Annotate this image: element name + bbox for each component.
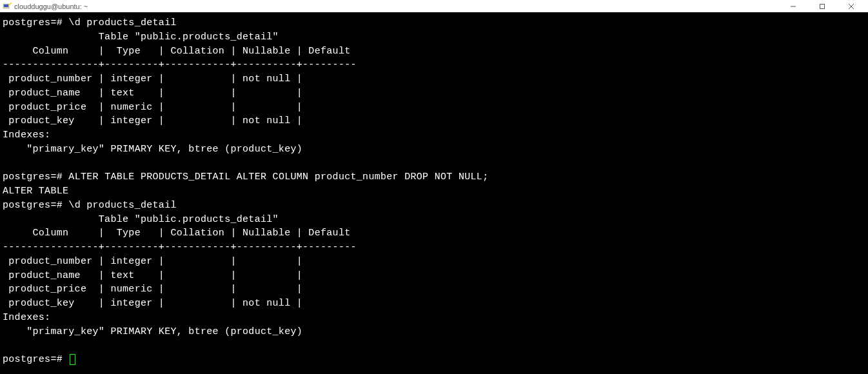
- output-line: Column | Type | Collation | Nullable | D…: [3, 46, 350, 57]
- prompt: postgres=#: [3, 172, 68, 182]
- output-line: Column | Type | Collation | Nullable | D…: [3, 228, 350, 239]
- prompt: postgres=#: [3, 17, 68, 28]
- output-line: Table "public.products_detail": [3, 32, 279, 43]
- close-button[interactable]: [836, 0, 865, 12]
- output-line: ----------------+---------+-----------+-…: [3, 59, 357, 70]
- output-line: Table "public.products_detail": [3, 214, 279, 225]
- svg-rect-4: [820, 4, 824, 8]
- terminal-cursor: [70, 354, 75, 365]
- output-line: Indexes:: [3, 130, 50, 141]
- command-text: ALTER TABLE PRODUCTS_DETAIL ALTER COLUMN…: [68, 172, 488, 182]
- putty-icon: [3, 2, 12, 11]
- output-line: "primary_key" PRIMARY KEY, btree (produc…: [3, 326, 302, 337]
- table-row: product_price | numeric | | |: [3, 102, 302, 113]
- table-row: product_key | integer | | not null |: [3, 298, 302, 309]
- output-line: ALTER TABLE: [3, 186, 68, 197]
- command-text: \d products_detail: [68, 17, 176, 28]
- table-row: product_name | text | | |: [3, 270, 302, 281]
- svg-point-2: [10, 3, 12, 4]
- terminal-area[interactable]: postgres=# \d products_detail Table "pub…: [0, 12, 868, 374]
- window-controls: [778, 0, 865, 12]
- output-line: "primary_key" PRIMARY KEY, btree (produc…: [3, 144, 302, 155]
- table-row: product_name | text | | |: [3, 88, 302, 99]
- minimize-button[interactable]: [778, 0, 807, 12]
- prompt: postgres=#: [3, 200, 68, 211]
- command-text: \d products_detail: [68, 200, 176, 211]
- window-title: cloudduggu@ubuntu: ~: [14, 3, 778, 10]
- table-row: product_number | integer | | not null |: [3, 74, 302, 84]
- svg-rect-1: [4, 5, 8, 7]
- output-line: ----------------+---------+-----------+-…: [3, 242, 357, 253]
- output-line: Indexes:: [3, 312, 50, 323]
- table-row: product_number | integer | | |: [3, 256, 302, 267]
- table-row: product_price | numeric | | |: [3, 284, 302, 295]
- maximize-button[interactable]: [807, 0, 836, 12]
- window-titlebar: cloudduggu@ubuntu: ~: [0, 0, 868, 12]
- table-row: product_key | integer | | not null |: [3, 115, 302, 126]
- prompt: postgres=#: [3, 354, 68, 365]
